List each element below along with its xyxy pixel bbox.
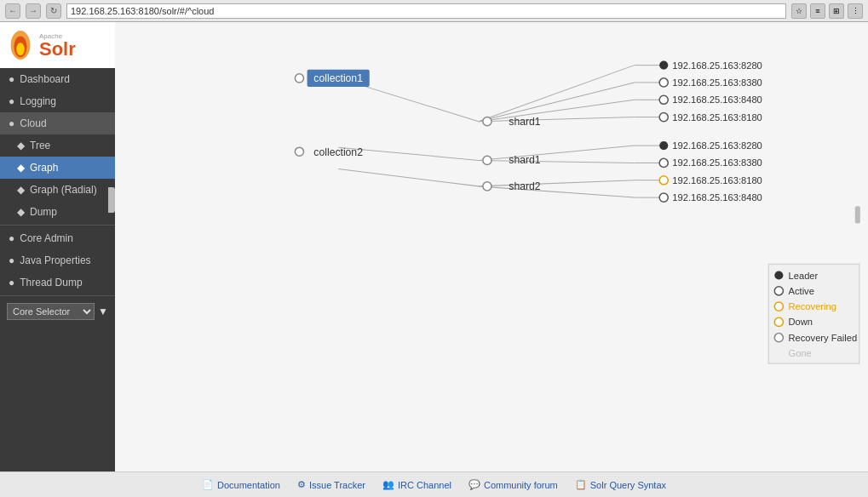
java-icon: ● xyxy=(9,254,14,266)
legend-active-label: Active xyxy=(789,286,814,296)
svg-line-10 xyxy=(479,146,635,160)
shard1-c1-circle xyxy=(483,117,491,126)
collection1-radio xyxy=(295,74,303,83)
svg-line-4 xyxy=(479,66,635,122)
shard1-c2-label: shard1 xyxy=(509,154,540,166)
footer: 📄 Documentation ⚙ Issue Tracker 👥 IRC Ch… xyxy=(0,471,868,497)
sidebar-item-java-properties[interactable]: ● Java Properties xyxy=(0,249,115,271)
query-syntax-icon: 📋 xyxy=(575,479,587,490)
collection2-radio xyxy=(295,147,303,156)
footer-community-forum-link[interactable]: 💬 Community forum xyxy=(468,479,558,490)
logo-area: Apache Solr xyxy=(0,22,115,68)
sidebar-item-label: Core Admin xyxy=(20,232,73,244)
solr-logo-icon xyxy=(7,29,34,61)
svg-line-12 xyxy=(479,180,635,186)
sidebar-collapse-handle[interactable] xyxy=(108,187,115,213)
star-icon[interactable]: ☆ xyxy=(791,3,807,19)
dump-icon: ◆ xyxy=(17,206,25,218)
core-selector-dropdown[interactable]: Core Selector xyxy=(7,303,95,320)
extensions-icon[interactable]: ⊞ xyxy=(829,3,844,19)
sidebar-item-label: Java Properties xyxy=(20,254,90,266)
sidebar-item-label: Dashboard xyxy=(20,73,70,85)
graph-icon: ◆ xyxy=(17,162,25,174)
sidebar-item-dashboard[interactable]: ● Dashboard xyxy=(0,68,115,90)
sidebar-item-label: Thread Dump xyxy=(20,277,82,288)
footer-query-syntax-link[interactable]: 📋 Solr Query Syntax xyxy=(575,479,666,490)
legend-down-label: Down xyxy=(789,317,813,327)
shard1-c2-circle xyxy=(483,156,491,164)
core-selector-arrow-icon: ▼ xyxy=(98,306,108,317)
sidebar: Apache Solr ● Dashboard ● Logging ● Clou… xyxy=(0,22,115,471)
footer-irc-channel-link[interactable]: 👥 IRC Channel xyxy=(382,479,451,490)
sidebar-item-label: Graph (Radial) xyxy=(30,184,97,196)
ip-active-dot-4 xyxy=(659,158,668,167)
community-icon: 💬 xyxy=(468,479,480,490)
sidebar-item-label: Dump xyxy=(30,206,57,218)
ip-recovering-dot-1 xyxy=(659,176,668,185)
ip-leader-dot-2 xyxy=(659,141,668,150)
ip-active-dot-1 xyxy=(659,78,668,87)
forward-button[interactable]: → xyxy=(26,3,41,19)
right-collapse-handle xyxy=(855,206,860,223)
legend-gone-label: Gone xyxy=(789,348,812,358)
cloud-graph-svg: collection1 collection2 shard1 shard1 sh… xyxy=(115,22,868,471)
ip-active-dot-5 xyxy=(659,193,668,202)
ip-label-2: 192.168.25.163:8380 xyxy=(672,77,762,88)
documentation-label: Documentation xyxy=(217,480,280,490)
address-bar[interactable] xyxy=(66,3,786,19)
footer-issue-tracker-link[interactable]: ⚙ Issue Tracker xyxy=(297,479,365,490)
ip-label-1: 192.168.25.163:8280 xyxy=(672,60,762,71)
collection1-label: collection1 xyxy=(313,72,363,84)
shard1-c1-label: shard1 xyxy=(509,116,540,128)
legend-leader-label: Leader xyxy=(789,271,819,281)
irc-icon: 👥 xyxy=(382,479,394,490)
sidebar-divider xyxy=(0,225,115,226)
sidebar-item-thread-dump[interactable]: ● Thread Dump xyxy=(0,271,115,294)
ip-label-7: 192.168.25.163:8180 xyxy=(672,175,762,186)
sidebar-item-label: Logging xyxy=(20,95,56,107)
ip-leader-dot-1 xyxy=(659,61,668,70)
sidebar-divider-2 xyxy=(0,295,115,296)
ip-label-6: 192.168.25.163:8380 xyxy=(672,158,762,169)
collection2-label: collection2 xyxy=(313,146,363,158)
sidebar-item-logging[interactable]: ● Logging xyxy=(0,90,115,112)
browser-chrome: ← → ↻ ☆ ≡ ⊞ ⋮ xyxy=(0,0,868,22)
legend-recovering-dot xyxy=(774,302,783,311)
svg-line-13 xyxy=(479,186,635,197)
sidebar-item-dump[interactable]: ◆ Dump xyxy=(0,201,115,223)
thread-dump-icon: ● xyxy=(9,277,14,288)
sidebar-item-cloud[interactable]: ● Cloud xyxy=(0,112,115,134)
issue-tracker-label: Issue Tracker xyxy=(309,480,365,490)
sidebar-item-tree[interactable]: ◆ Tree xyxy=(0,134,115,157)
dashboard-icon: ● xyxy=(9,73,14,85)
footer-documentation-link[interactable]: 📄 Documentation xyxy=(202,479,280,490)
main-content: collection1 collection2 shard1 shard1 sh… xyxy=(115,22,868,471)
ip-label-4: 192.168.25.163:8180 xyxy=(672,112,762,123)
legend-leader-dot xyxy=(774,271,783,279)
tree-icon: ◆ xyxy=(17,140,25,151)
core-selector: Core Selector ▼ xyxy=(7,303,108,320)
irc-label: IRC Channel xyxy=(398,480,451,490)
svg-line-9 xyxy=(338,169,479,186)
sidebar-item-core-admin[interactable]: ● Core Admin xyxy=(0,227,115,249)
ip-label-3: 192.168.25.163:8480 xyxy=(672,94,762,105)
back-button[interactable]: ← xyxy=(5,3,20,19)
sidebar-item-graph-radial[interactable]: ◆ Graph (Radial) xyxy=(0,179,115,201)
sidebar-item-label: Cloud xyxy=(20,117,46,129)
svg-point-2 xyxy=(16,43,25,55)
legend-recovering-label: Recovering xyxy=(789,301,836,311)
documentation-icon: 📄 xyxy=(202,479,214,490)
browser-menu-icon[interactable]: ⋮ xyxy=(848,3,863,19)
sidebar-item-label: Tree xyxy=(30,140,50,151)
logging-icon: ● xyxy=(9,95,14,107)
core-admin-icon: ● xyxy=(9,232,14,244)
legend-recovery-failed-dot xyxy=(774,334,783,342)
menu-icon[interactable]: ≡ xyxy=(810,3,825,19)
solr-logo-text: Solr xyxy=(39,40,76,59)
issue-tracker-icon: ⚙ xyxy=(297,479,306,490)
legend-recovery-failed-label: Recovery Failed xyxy=(789,333,858,343)
community-label: Community forum xyxy=(484,480,558,490)
refresh-button[interactable]: ↻ xyxy=(46,3,61,19)
graph-radial-icon: ◆ xyxy=(17,184,25,196)
sidebar-item-graph[interactable]: ◆ Graph xyxy=(0,157,115,179)
